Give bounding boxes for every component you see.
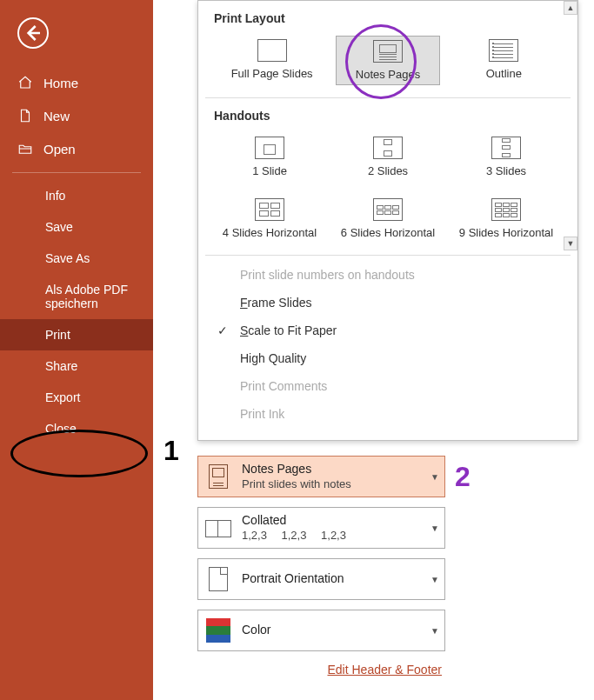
check-icon: ✓ <box>217 323 228 337</box>
print-layout-dropdown: ▲ Print Layout Full Page Slides Notes Pa… <box>197 0 578 441</box>
chevron-down-icon: ▼ <box>430 626 439 636</box>
chevron-down-icon: ▼ <box>430 523 439 533</box>
nav-save-as[interactable]: Save As <box>0 243 153 274</box>
home-icon <box>17 75 33 90</box>
handout-6-icon <box>373 198 403 221</box>
nav-new[interactable]: New <box>0 99 153 132</box>
handout-4-horizontal[interactable]: 4 Slides Horizontal <box>217 195 322 243</box>
sidebar-divider <box>12 172 141 173</box>
layout-outline[interactable]: Outline <box>451 36 556 85</box>
chevron-down-icon: ▼ <box>430 472 439 482</box>
handout-6-horizontal[interactable]: 6 Slides Horizontal <box>336 195 440 243</box>
section-handouts: Handouts <box>198 98 577 128</box>
nav-home[interactable]: Home <box>0 66 153 99</box>
notes-pages-icon <box>205 462 231 491</box>
handout-2-icon <box>373 137 403 159</box>
color-icon <box>205 616 231 645</box>
handout-3-icon <box>491 137 521 159</box>
opt-scale-to-fit[interactable]: ✓ Scale to Fit Paper <box>198 317 577 344</box>
edit-header-footer-link[interactable]: Edit Header & Footer <box>197 661 445 677</box>
nav-save[interactable]: Save <box>0 211 153 243</box>
nav-label: Home <box>43 76 78 90</box>
layout-notes-pages[interactable]: Notes Pages <box>336 36 440 85</box>
folder-open-icon <box>17 141 33 157</box>
handout-9-horizontal[interactable]: 9 Slides Horizontal <box>454 195 558 243</box>
nav-info[interactable]: Info <box>0 180 153 211</box>
nav-share[interactable]: Share <box>0 350 153 382</box>
nav-print[interactable]: Print <box>0 319 153 350</box>
full-page-thumb-icon <box>257 39 287 62</box>
nav-close[interactable]: Close <box>0 413 153 444</box>
opt-slide-numbers: Print slide numbers on handouts <box>198 261 577 289</box>
notes-pages-thumb-icon <box>373 40 403 63</box>
annotation-2: 2 <box>455 461 471 493</box>
scroll-down-button[interactable]: ▼ <box>564 237 577 250</box>
nav-adobe-pdf[interactable]: Als Adobe PDF speichern <box>0 274 153 319</box>
nav-label: New <box>43 109 70 123</box>
nav-export[interactable]: Export <box>0 382 153 413</box>
arrow-left-icon <box>19 19 47 47</box>
nav-label: Open <box>43 142 76 157</box>
setting-collated-dropdown[interactable]: Collated 1,2,3 1,2,3 1,2,3 ▼ <box>197 507 445 549</box>
collated-icon <box>205 513 231 543</box>
scroll-up-button[interactable]: ▲ <box>564 1 577 15</box>
back-button[interactable] <box>17 17 49 49</box>
layout-full-page-slides[interactable]: Full Page Slides <box>220 36 324 85</box>
handout-1-icon <box>255 137 284 159</box>
nav-open[interactable]: Open <box>0 132 153 165</box>
chevron-down-icon: ▼ <box>430 575 439 584</box>
handout-4-icon <box>255 198 284 221</box>
handout-3-slides[interactable]: 3 Slides <box>454 133 558 181</box>
opt-high-quality[interactable]: High Quality <box>198 344 577 372</box>
setting-color-dropdown[interactable]: Color ▼ <box>197 610 445 651</box>
annotation-1: 1 <box>164 435 179 467</box>
print-settings: Notes Pages Print slides with notes ▼ Co… <box>197 456 445 677</box>
handout-2-slides[interactable]: 2 Slides <box>336 133 440 181</box>
opt-print-comments: Print Comments <box>198 372 577 400</box>
section-print-layout: Print Layout <box>198 1 577 30</box>
handout-1-slide[interactable]: 1 Slide <box>217 133 322 181</box>
opt-print-ink: Print Ink <box>198 400 577 428</box>
new-file-icon <box>17 108 33 123</box>
setting-orientation-dropdown[interactable]: Portrait Orientation ▼ <box>197 558 445 600</box>
portrait-icon <box>205 564 231 594</box>
opt-frame-slides[interactable]: Frame Slides <box>198 289 577 317</box>
backstage-sidebar: Home New Open Info Save Save As Als Adob… <box>0 0 153 700</box>
handout-9-icon <box>491 198 521 221</box>
outline-thumb-icon <box>489 39 518 62</box>
setting-layout-dropdown[interactable]: Notes Pages Print slides with notes ▼ <box>197 456 445 497</box>
